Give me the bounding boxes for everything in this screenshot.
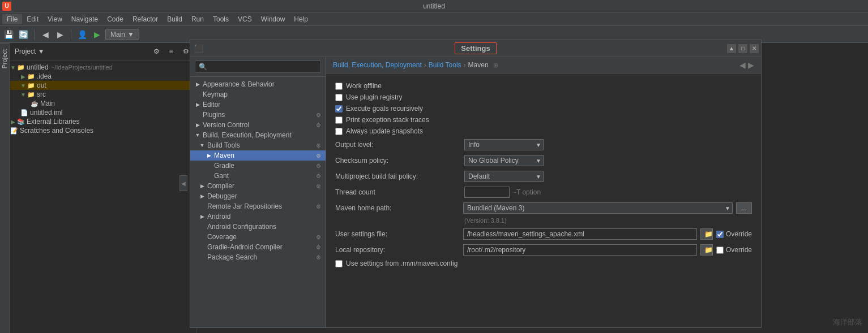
- menu-file[interactable]: File: [2, 14, 22, 24]
- use-mvn-settings-label[interactable]: Use settings from .mvn/maven.config: [346, 260, 457, 267]
- breadcrumb-build-exec[interactable]: Build, Execution, Deployment: [333, 61, 422, 69]
- plugin-registry-label[interactable]: Use plugin registry: [346, 93, 402, 101]
- settings-item-editor[interactable]: ▶ Editor: [190, 100, 326, 110]
- label-build-exec: Build, Execution, Deployment: [203, 131, 292, 139]
- settings-item-debugger[interactable]: ▶ Debugger: [190, 191, 326, 201]
- dialog-controls: ▲ □ ✕: [727, 44, 759, 53]
- tree-path-untitled: ~/IdeaProjects/untitled: [51, 64, 113, 71]
- breadcrumb-settings-icon[interactable]: ⊞: [493, 62, 498, 68]
- user-button[interactable]: 👤: [76, 28, 88, 41]
- settings-item-vcs[interactable]: ▶ Version Control ⚙: [190, 120, 326, 130]
- project-gear-button[interactable]: ⚙: [150, 45, 163, 58]
- settings-item-android[interactable]: ▶ Android: [190, 211, 326, 222]
- settings-item-keymap[interactable]: Keymap: [190, 89, 326, 100]
- menu-refactor[interactable]: Refactor: [128, 14, 163, 24]
- update-snap-label[interactable]: Always update snapshots: [346, 127, 423, 135]
- settings-item-gant[interactable]: Gant ⚙: [190, 171, 326, 181]
- user-settings-override-label[interactable]: Override: [726, 230, 752, 238]
- menu-window[interactable]: Window: [256, 14, 290, 24]
- arrow-debugger: ▶: [199, 193, 205, 199]
- settings-item-package-search[interactable]: Package Search ⚙: [190, 252, 326, 262]
- checksum-policy-select[interactable]: No Global Policy Strict Warn Ignore: [464, 155, 544, 166]
- settings-item-android-config[interactable]: Android Configurations: [190, 222, 326, 232]
- settings-item-build-exec[interactable]: ▼ Build, Execution, Deployment: [190, 130, 326, 140]
- tree-item-idea[interactable]: ▶ 📁 .idea: [10, 72, 196, 81]
- panel-collapse-button[interactable]: ◀: [179, 175, 187, 191]
- output-level-select[interactable]: Info Debug Warning Error: [464, 139, 544, 150]
- user-settings-input[interactable]: [463, 228, 697, 240]
- user-settings-override-checkbox[interactable]: [716, 231, 724, 238]
- arrow-compiler: ▶: [199, 183, 205, 189]
- project-dropdown[interactable]: Project ▼: [15, 47, 45, 55]
- settings-item-coverage[interactable]: Coverage ⚙: [190, 232, 326, 242]
- local-repo-override-label[interactable]: Override: [726, 246, 752, 254]
- arrow-build-exec: ▼: [195, 132, 200, 138]
- menu-code[interactable]: Code: [102, 14, 128, 24]
- sync-button[interactable]: 🔄: [17, 28, 29, 41]
- label-compiler: Compiler: [207, 182, 234, 190]
- work-offline-label[interactable]: Work offline: [346, 82, 382, 90]
- dialog-close-button[interactable]: ✕: [750, 44, 759, 53]
- settings-item-gradle[interactable]: Gradle ⚙: [190, 161, 326, 171]
- breadcrumb-forward-button[interactable]: ▶: [748, 60, 754, 70]
- tree-item-scratches[interactable]: 📝 Scratches and Consoles: [10, 126, 196, 135]
- settings-item-gradle-android[interactable]: Gradle-Android Compiler ⚙: [190, 242, 326, 252]
- dialog-minimize-button[interactable]: ▲: [727, 44, 736, 53]
- settings-item-plugins[interactable]: Plugins ⚙: [190, 110, 326, 120]
- print-exc-label[interactable]: Print exception stack traces: [346, 116, 429, 124]
- settings-item-maven[interactable]: ▶ Maven ⚙: [190, 150, 326, 161]
- menu-vcs[interactable]: VCS: [233, 14, 256, 24]
- menu-run[interactable]: Run: [187, 14, 208, 24]
- tree-item-iml[interactable]: 📄 untitled.iml: [10, 108, 196, 117]
- local-repo-input[interactable]: [463, 244, 697, 256]
- local-repo-override-checkbox[interactable]: [716, 246, 724, 254]
- print-exc-checkbox[interactable]: [335, 116, 343, 124]
- breadcrumb-build-tools[interactable]: Build Tools: [429, 61, 461, 69]
- run-config-button[interactable]: ▶: [91, 28, 103, 41]
- breadcrumb-back-button[interactable]: ◀: [739, 60, 746, 70]
- save-all-button[interactable]: 💾: [2, 28, 15, 41]
- work-offline-checkbox[interactable]: [335, 83, 343, 90]
- user-settings-row: User settings file: 📁 Override: [335, 226, 752, 242]
- dialog-maximize-button[interactable]: □: [738, 44, 747, 53]
- main-config-dropdown[interactable]: Main ▼: [105, 29, 139, 40]
- project-collapse-button[interactable]: ≡: [165, 45, 177, 58]
- menu-help[interactable]: Help: [289, 14, 313, 24]
- tree-icon-src: 📁: [27, 91, 35, 98]
- tree-icon-out: 📁: [27, 82, 35, 89]
- maven-home-select[interactable]: Bundled (Maven 3) Custom...: [463, 202, 733, 214]
- tree-item-main-class[interactable]: ☕ Main: [10, 99, 196, 108]
- menu-view[interactable]: View: [43, 14, 67, 24]
- tree-item-ext-libs[interactable]: ▶ 📚 External Libraries: [10, 117, 196, 126]
- exec-goals-checkbox[interactable]: [335, 105, 343, 113]
- plugin-registry-checkbox[interactable]: [335, 94, 343, 101]
- menu-build[interactable]: Build: [163, 14, 187, 24]
- maven-home-browse-button[interactable]: ...: [736, 202, 752, 214]
- settings-item-build-tools[interactable]: ▼ Build Tools ⚙: [190, 140, 326, 150]
- arrow-maven: ▶: [206, 153, 212, 158]
- user-settings-browse-button[interactable]: 📁: [700, 228, 713, 240]
- settings-item-remote-jar[interactable]: Remote Jar Repositories ⚙: [190, 201, 326, 211]
- menu-tools[interactable]: Tools: [208, 14, 233, 24]
- settings-search-input[interactable]: [195, 60, 321, 73]
- update-snap-checkbox[interactable]: [335, 128, 343, 135]
- local-repo-browse-button[interactable]: 📁: [700, 244, 713, 256]
- tree-item-src[interactable]: ▼ 📁 src: [10, 90, 196, 99]
- build-tools-gear: ⚙: [316, 142, 321, 149]
- tree-item-out[interactable]: ▼ 📁 out: [10, 81, 196, 90]
- tree-item-untitled[interactable]: ▼ 📁 untitled ~/IdeaProjects/untitled: [10, 63, 196, 72]
- menu-navigate[interactable]: Navigate: [67, 14, 102, 24]
- settings-item-compiler[interactable]: ▶ Compiler ⚙: [190, 181, 326, 191]
- exec-goals-label[interactable]: Execute goals recursively: [346, 105, 423, 113]
- multiproject-policy-select[interactable]: Default Fail At End Fail Never: [464, 171, 544, 182]
- menu-edit[interactable]: Edit: [22, 14, 43, 24]
- use-mvn-settings-checkbox[interactable]: [335, 260, 343, 267]
- coverage-gear-icon: ⚙: [316, 234, 321, 240]
- back-button[interactable]: ◀: [39, 28, 52, 41]
- project-side-tab[interactable]: Project: [0, 43, 9, 74]
- thread-count-input[interactable]: [464, 187, 510, 198]
- settings-left-panel: ▶ Appearance & Behavior Keymap ▶ Editor …: [190, 57, 326, 327]
- forward-button[interactable]: ▶: [54, 28, 66, 41]
- watermark: 海洋部落: [833, 317, 862, 327]
- settings-item-appearance[interactable]: ▶ Appearance & Behavior: [190, 79, 326, 89]
